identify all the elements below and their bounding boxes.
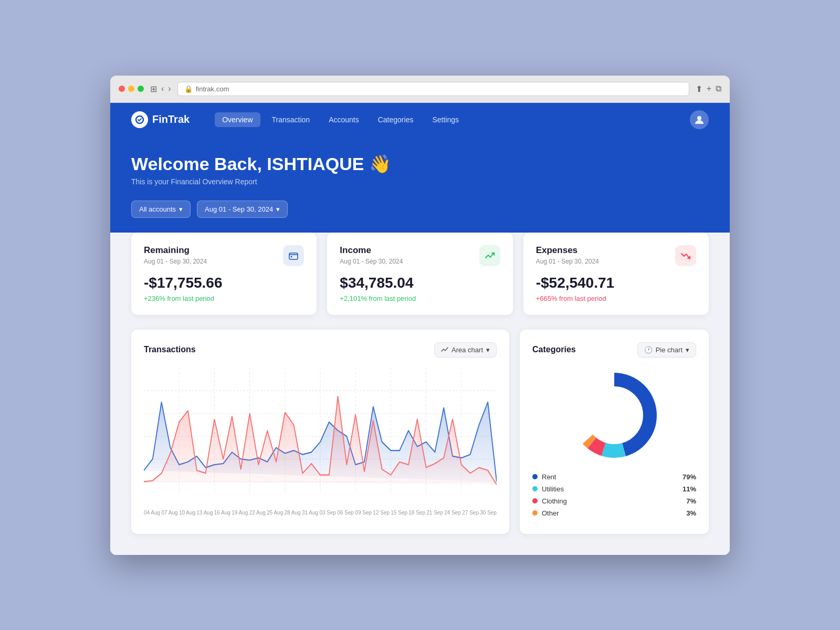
categories-chart-header: Categories 🕐 Pie chart ▾ [532,342,696,358]
browser-actions: ⬆ + ⧉ [696,84,721,94]
x-label-11: 06 Sep [337,510,354,516]
summary-cards: Remaining Aug 01 - Sep 30, 2024 -$17,755… [131,233,709,315]
filter-row: All accounts ▾ Aug 01 - Sep 30, 2024 ▾ [131,201,709,218]
income-amount: $34,785.04 [340,275,500,291]
categories-chart-card: Categories 🕐 Pie chart ▾ [520,330,709,534]
url-text: fintrak.com [196,85,229,93]
clothing-dot [532,498,538,503]
svg-rect-2 [289,253,298,259]
utilities-pct: 11% [682,485,696,493]
x-label-2: 10 Aug [179,510,195,516]
x-label-7: 25 Aug [267,510,283,516]
share-icon[interactable]: ⬆ [696,84,702,94]
other-pct: 3% [686,509,696,517]
clothing-label: Clothing [542,497,682,505]
remaining-date: Aug 01 - Sep 30, 2024 [144,258,207,265]
income-date: Aug 01 - Sep 30, 2024 [340,258,403,265]
chart-type-selector[interactable]: Area chart ▾ [434,342,497,358]
x-label-9: 31 Aug [302,510,318,516]
x-label-17: 24 Sep [444,510,461,516]
page-title: Welcome Back, ISHTIAQUE 👋 [131,153,709,174]
x-label-4: 16 Aug [214,510,230,516]
all-accounts-filter[interactable]: All accounts ▾ [131,201,191,218]
rent-pct: 79% [682,473,696,481]
area-chart-svg [144,368,497,505]
new-tab-icon[interactable]: + [707,84,711,94]
remaining-amount: -$17,755.66 [144,275,304,291]
nav-settings[interactable]: Settings [425,112,466,127]
svg-point-1 [697,116,701,120]
expenses-icon [675,245,696,266]
browser-dots [119,86,144,92]
dot-maximize[interactable] [138,86,144,92]
utilities-dot [532,486,538,491]
rent-dot [532,474,538,479]
categories-chart-chevron: ▾ [686,346,689,354]
remaining-icon [283,245,304,266]
tabs-icon[interactable]: ⧉ [716,84,721,94]
app-container: FinTrak Overview Transaction Accounts Ca… [110,103,730,555]
x-label-1: 07 Aug [161,510,177,516]
chart-selector-chevron: ▾ [486,346,490,354]
logo: FinTrak [131,111,190,128]
browser-controls: ⊞ ‹ › [150,84,171,94]
x-label-19: 30 Sep [480,510,497,516]
rent-label: Rent [542,473,678,481]
page-subtitle: This is your Financial Overview Report [131,177,709,186]
x-label-0: 04 Aug [144,510,160,516]
other-dot [532,510,538,516]
nav-categories[interactable]: Categories [371,112,421,127]
browser-window: ⊞ ‹ › 🔒 fintrak.com ⬆ + ⧉ FinTrak [110,76,730,555]
user-avatar[interactable] [690,110,709,129]
back-icon[interactable]: ‹ [161,84,164,93]
tab-switcher-icon[interactable]: ⊞ [150,84,157,94]
clothing-pct: 7% [686,497,696,505]
nav-links: Overview Transaction Accounts Categories… [215,112,673,127]
income-card-info: Income Aug 01 - Sep 30, 2024 [340,245,403,265]
lock-icon: 🔒 [184,85,193,93]
address-bar[interactable]: 🔒 fintrak.com [177,82,689,96]
income-change: +2,101% from last period [340,295,500,302]
logo-icon [131,111,148,128]
area-chart-wrap: 04 Aug 07 Aug 10 Aug 13 Aug 16 Aug 19 Au… [144,368,497,516]
x-label-14: 15 Sep [391,510,407,516]
expenses-card-header: Expenses Aug 01 - Sep 30, 2024 [536,245,696,266]
x-label-10: 03 Sep [319,510,336,516]
forward-icon[interactable]: › [168,84,171,93]
income-title: Income [340,245,403,256]
expenses-card: Expenses Aug 01 - Sep 30, 2024 -$52,540.… [523,233,709,315]
legend-item-rent: Rent 79% [532,473,696,481]
income-card: Income Aug 01 - Sep 30, 2024 $34,785.04 … [327,233,512,315]
expenses-date: Aug 01 - Sep 30, 2024 [536,258,599,265]
remaining-card-info: Remaining Aug 01 - Sep 30, 2024 [144,245,207,265]
x-label-15: 18 Sep [408,510,425,516]
nav-overview[interactable]: Overview [215,112,260,127]
income-card-header: Income Aug 01 - Sep 30, 2024 [340,245,500,266]
nav-transaction[interactable]: Transaction [265,112,318,127]
transactions-chart-title: Transactions [144,345,196,354]
date-range-filter[interactable]: Aug 01 - Sep 30, 2024 ▾ [197,201,288,218]
categories-chart-type-selector[interactable]: 🕐 Pie chart ▾ [637,342,696,358]
dot-minimize[interactable] [128,86,134,92]
expenses-card-info: Expenses Aug 01 - Sep 30, 2024 [536,245,599,265]
donut-chart-svg [567,368,662,463]
x-label-5: 19 Aug [232,510,248,516]
transactions-chart-header: Transactions Area chart ▾ [144,342,497,358]
remaining-card-header: Remaining Aug 01 - Sep 30, 2024 [144,245,304,266]
hero-section: Welcome Back, ISHTIAQUE 👋 This is your F… [110,136,730,243]
remaining-change: +236% from last period [144,295,304,302]
navbar: FinTrak Overview Transaction Accounts Ca… [131,103,709,136]
expenses-title: Expenses [536,245,599,256]
nav-accounts[interactable]: Accounts [321,112,366,127]
donut-chart-wrap [532,368,696,463]
dot-close[interactable] [119,86,125,92]
x-label-12: 09 Sep [355,510,372,516]
legend-item-other: Other 3% [532,509,696,517]
expenses-change: +665% from last period [536,295,696,302]
x-label-3: 13 Aug [196,510,213,516]
categories-legend: Rent 79% Utilities 11% Clothing 7% [532,473,696,517]
pie-chart-icon: 🕐 [644,346,653,354]
chevron-down-icon: ▾ [179,205,183,213]
main-content: Remaining Aug 01 - Sep 30, 2024 -$17,755… [110,233,730,555]
x-label-18: 27 Sep [462,510,479,516]
